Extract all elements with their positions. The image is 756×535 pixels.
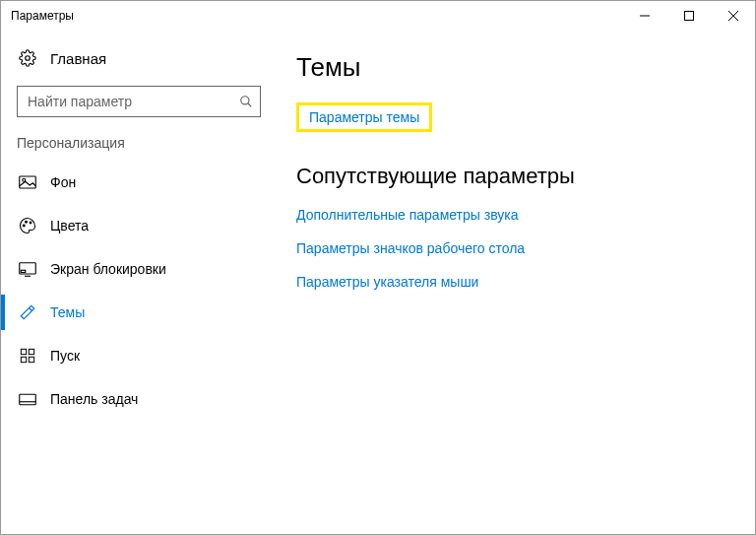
lockscreen-icon xyxy=(17,262,38,277)
svg-rect-1 xyxy=(684,12,693,21)
svg-rect-16 xyxy=(29,349,33,354)
search-icon xyxy=(239,95,253,108)
svg-rect-7 xyxy=(20,176,36,188)
svg-point-10 xyxy=(26,221,28,223)
sidebar: Главная Персонализация Фон xyxy=(1,31,277,534)
svg-rect-19 xyxy=(20,394,36,405)
sidebar-section-label: Персонализация xyxy=(1,135,277,161)
sidebar-item-label: Цвета xyxy=(50,218,89,234)
titlebar: Параметры xyxy=(1,1,755,31)
close-button[interactable] xyxy=(711,1,755,31)
svg-point-5 xyxy=(241,97,249,104)
search-input[interactable] xyxy=(17,86,261,117)
related-links: Дополнительные параметры звука Параметры… xyxy=(296,207,735,290)
svg-point-11 xyxy=(30,222,32,224)
theme-settings-link-highlight: Параметры темы xyxy=(296,102,432,132)
svg-rect-18 xyxy=(29,357,33,362)
content-area: Темы Параметры темы Сопутствующие параме… xyxy=(277,31,755,534)
svg-line-6 xyxy=(248,103,252,107)
sidebar-item-lockscreen[interactable]: Экран блокировки xyxy=(1,247,277,291)
gear-icon xyxy=(17,49,38,67)
maximize-button[interactable] xyxy=(666,1,711,31)
svg-rect-15 xyxy=(21,349,26,354)
sidebar-item-colors[interactable]: Цвета xyxy=(1,204,277,247)
theme-icon xyxy=(17,303,38,321)
theme-settings-link[interactable]: Параметры темы xyxy=(309,109,419,125)
svg-rect-13 xyxy=(21,270,26,272)
svg-point-4 xyxy=(26,56,31,61)
sidebar-item-label: Пуск xyxy=(50,348,80,364)
related-heading: Сопутствующие параметры xyxy=(296,164,735,189)
start-icon xyxy=(17,348,38,364)
window-title: Параметры xyxy=(11,9,622,23)
sidebar-item-label: Панель задач xyxy=(50,391,138,407)
sidebar-item-label: Экран блокировки xyxy=(50,261,166,277)
sidebar-home-label: Главная xyxy=(50,50,106,67)
svg-rect-17 xyxy=(21,357,26,362)
sidebar-item-themes[interactable]: Темы xyxy=(1,291,277,334)
related-link-sound[interactable]: Дополнительные параметры звука xyxy=(296,207,735,223)
sidebar-item-taskbar[interactable]: Панель задач xyxy=(1,377,277,421)
svg-point-8 xyxy=(23,178,26,181)
window-controls xyxy=(622,1,755,31)
minimize-button[interactable] xyxy=(622,1,666,31)
taskbar-icon xyxy=(17,393,38,406)
sidebar-item-start[interactable]: Пуск xyxy=(1,334,277,377)
sidebar-home[interactable]: Главная xyxy=(1,38,277,78)
svg-point-9 xyxy=(23,225,25,227)
palette-icon xyxy=(17,217,38,234)
image-icon xyxy=(17,175,38,189)
related-link-mouse-pointer[interactable]: Параметры указателя мыши xyxy=(296,274,735,290)
search-container xyxy=(17,86,261,117)
related-link-desktop-icons[interactable]: Параметры значков рабочего стола xyxy=(296,240,735,256)
sidebar-item-label: Темы xyxy=(50,304,85,320)
sidebar-item-label: Фон xyxy=(50,174,76,190)
sidebar-item-background[interactable]: Фон xyxy=(1,161,277,204)
page-title: Темы xyxy=(296,52,735,83)
